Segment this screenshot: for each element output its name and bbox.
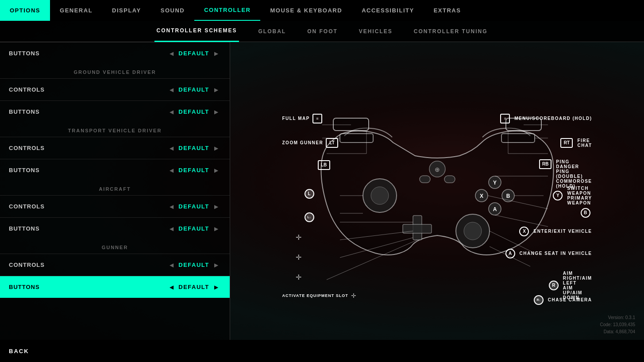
arrow-left-top-buttons[interactable]: ◀ (167, 50, 176, 57)
arrow-right-ac-controls[interactable]: ▶ (212, 204, 221, 210)
nav-options[interactable]: OPTIONS (0, 0, 50, 21)
nav-mouse-keyboard[interactable]: MOUSE & KEYBOARD (260, 0, 352, 21)
arrow-right-gun-controls[interactable]: ▶ (212, 262, 221, 268)
lb-icon: LB (318, 160, 330, 170)
row-ac-controls-value: DEFAULT (176, 203, 212, 210)
aim-right-text: AIM RIGHT/AIM LEFT (563, 271, 592, 285)
full-map-text: FULL MAP (282, 116, 310, 121)
version-info: Version: 0.3.1 Code: 13,039,435 Data: 4,… (600, 314, 635, 335)
arrow-right-gun-buttons[interactable]: ▶ (212, 284, 221, 290)
section-transport-vehicle-driver: TRANSPORT VEHICLE DRIVER (0, 123, 230, 137)
label-activate-equipment: ACTIVATE EQUIPMENT SLOT ✛ (282, 292, 356, 299)
nav-display[interactable]: DISPLAY (102, 0, 151, 21)
arrow-left-gvd-buttons[interactable]: ◀ (167, 109, 176, 115)
row-top-buttons[interactable]: Buttons ◀ DEFAULT ▶ (0, 42, 230, 64)
row-tvd-controls-label: Controls (9, 145, 167, 151)
fire-text: FIRE (577, 138, 592, 143)
label-enter-exit: X ENTER/EXIT VEHICLE (519, 227, 592, 236)
version-code: Code: 13,039,435 (600, 321, 635, 328)
ping-text-block: PING DANGER PING (DOUBLE) COMMOROSE (HOL… (556, 159, 592, 189)
row-ac-controls[interactable]: Controls ◀ DEFAULT ▶ (0, 195, 230, 217)
nav-accessibility[interactable]: ACCESSIBILITY (352, 0, 424, 21)
row-gvd-buttons[interactable]: Buttons ◀ DEFAULT ▶ (0, 100, 230, 123)
x-button-icon: X (519, 227, 529, 236)
arrow-right-tvd-controls[interactable]: ▶ (212, 145, 221, 151)
row-ac-buttons-value: DEFAULT (176, 225, 212, 232)
row-ac-buttons[interactable]: Buttons ◀ DEFAULT ▶ (0, 217, 230, 239)
svg-rect-19 (444, 176, 455, 183)
arrow-right-tvd-buttons[interactable]: ▶ (212, 167, 221, 173)
row-gvd-controls-value: DEFAULT (176, 86, 212, 93)
section-ground-vehicle-driver: GROUND VEHICLE DRIVER (0, 64, 230, 78)
svg-rect-18 (420, 176, 430, 183)
svg-text:X: X (479, 193, 483, 199)
r-click-icon: R↓ (534, 295, 544, 305)
label-full-map: FULL MAP ≡ (282, 114, 324, 123)
subnav-vehicles[interactable]: VEHICLES (357, 21, 394, 42)
row-gvd-buttons-label: Buttons (9, 108, 167, 115)
row-gvd-buttons-value: DEFAULT (176, 108, 212, 115)
label-l-stick: L (305, 189, 316, 199)
bottom-bar: BACK (0, 340, 644, 362)
chat-text: CHAT (577, 143, 592, 148)
label-fire-chat: RT FIRE CHAT (560, 138, 592, 148)
row-tvd-controls[interactable]: Controls ◀ DEFAULT ▶ (0, 137, 230, 159)
row-top-buttons-label: Buttons (9, 50, 167, 57)
arrow-left-gun-buttons[interactable]: ◀ (167, 284, 176, 290)
label-b-button: B (581, 208, 592, 218)
svg-text:Y: Y (493, 180, 496, 186)
row-gvd-controls[interactable]: Controls ◀ DEFAULT ▶ (0, 78, 230, 100)
row-gun-controls-label: Controls (9, 262, 167, 268)
sub-navigation: CONTROLLER SCHEMES GLOBAL ON FOOT VEHICL… (0, 21, 644, 42)
nav-sound[interactable]: SOUND (151, 0, 194, 21)
nav-extras[interactable]: EXTRAS (424, 0, 471, 21)
label-dpad-1: ✛ (296, 233, 301, 242)
label-lb: LB (318, 160, 332, 170)
svg-text:⊕: ⊕ (435, 166, 440, 173)
primary-weapon-text: PRIMARY WEAPON (567, 196, 592, 205)
row-gun-buttons-value: DEFAULT (176, 284, 212, 290)
row-gun-buttons-label: Buttons (9, 284, 167, 290)
change-seat-text: CHANGE SEAT IN VEHICLE (520, 251, 592, 256)
row-top-buttons-value: DEFAULT (176, 50, 212, 57)
section-aircraft: AIRCRAFT (0, 181, 230, 195)
version-data: Data: 4,868,704 (600, 328, 635, 335)
subnav-on-foot[interactable]: ON FOOT (305, 21, 339, 42)
svg-rect-3 (501, 134, 535, 142)
arrow-left-tvd-buttons[interactable]: ◀ (167, 167, 176, 173)
nav-controller[interactable]: CONTROLLER (194, 0, 260, 21)
label-switch-weapon: Y SWITCH WEAPON PRIMARY WEAPON (553, 186, 592, 205)
subnav-global[interactable]: GLOBAL (257, 21, 288, 42)
switch-weapon-text: SWITCH WEAPON (567, 186, 592, 196)
row-ac-controls-label: Controls (9, 203, 167, 210)
l-stick-icon: L (305, 189, 314, 199)
label-menu-scoreboard: ≡ MENU/SCOREBOARD (HOLD) (500, 114, 592, 123)
menu-scoreboard-text: MENU/SCOREBOARD (HOLD) (514, 116, 592, 121)
arrow-left-gun-controls[interactable]: ◀ (167, 262, 176, 268)
arrow-left-ac-controls[interactable]: ◀ (167, 204, 176, 210)
arrow-left-ac-buttons[interactable]: ◀ (167, 226, 176, 232)
svg-rect-2 (340, 134, 373, 142)
row-tvd-buttons[interactable]: Buttons ◀ DEFAULT ▶ (0, 159, 230, 181)
b-button-icon: B (581, 208, 590, 218)
zoom-gunner-text: ZOOM GUNNER (282, 140, 324, 145)
row-gun-buttons[interactable]: Buttons ◀ DEFAULT ▶ (0, 276, 230, 298)
svg-point-5 (371, 187, 389, 204)
nav-general[interactable]: GENERAL (50, 0, 102, 21)
row-gun-controls[interactable]: Controls ◀ DEFAULT ▶ (0, 254, 230, 276)
arrow-left-tvd-controls[interactable]: ◀ (167, 145, 176, 151)
top-navigation: OPTIONS GENERAL DISPLAY SOUND CONTROLLER… (0, 0, 644, 21)
subnav-controller-schemes[interactable]: CONTROLLER SCHEMES (154, 21, 239, 42)
arrow-left-gvd-controls[interactable]: ◀ (167, 87, 176, 93)
subnav-controller-tuning[interactable]: CONTROLLER TUNING (412, 21, 490, 42)
back-button[interactable]: BACK (9, 348, 29, 354)
controller-diagram: Y B A X ⊕ (282, 63, 592, 320)
arrow-right-gvd-controls[interactable]: ▶ (212, 87, 221, 93)
label-l-click: L↓ (305, 212, 316, 222)
arrow-right-gvd-buttons[interactable]: ▶ (212, 109, 221, 115)
svg-text:A: A (493, 206, 497, 212)
activate-equipment-text: ACTIVATE EQUIPMENT SLOT (282, 293, 348, 298)
right-panel: Y B A X ⊕ (230, 42, 644, 340)
arrow-right-top-buttons[interactable]: ▶ (212, 50, 221, 57)
arrow-right-ac-buttons[interactable]: ▶ (212, 226, 221, 232)
